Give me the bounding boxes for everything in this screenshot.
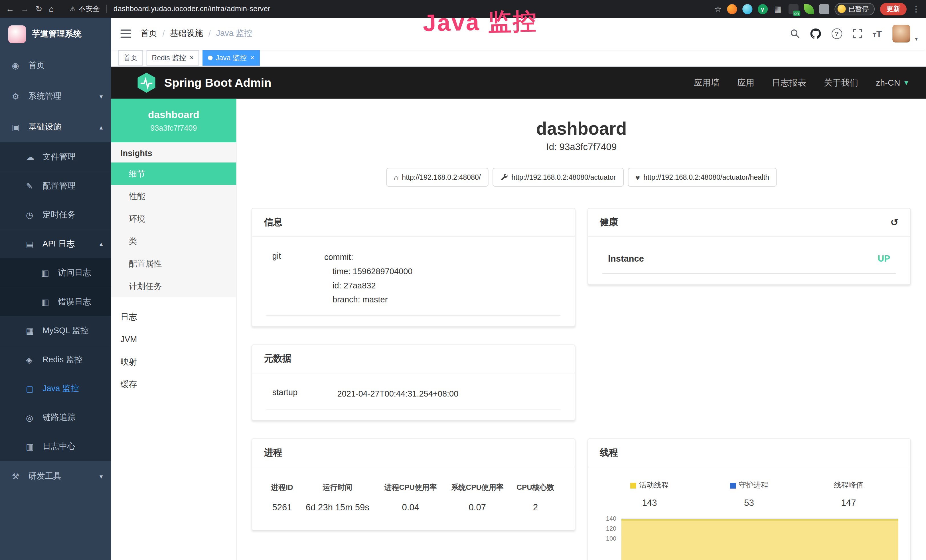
sidebar-item-mysql[interactable]: ▦MySQL 监控 xyxy=(0,316,111,345)
link-url: http://192.168.0.2:48080/actuator/health xyxy=(643,173,769,182)
app-logo xyxy=(8,25,26,43)
app-frame: 芋道管理系统 ◉首页⚙系统管理▾▣基础设施▴☁文件管理✎配置管理◷定时任务▤AP… xyxy=(0,18,926,560)
main-area: 首页/基础设施/Java 监控 ? TT ▾ xyxy=(111,18,926,560)
tags-view-bar: 首页Redis 监控×Java 监控× xyxy=(111,50,926,67)
sidebar-item-infrastructure[interactable]: ▣基础设施▴ xyxy=(0,112,111,142)
tab-close-icon[interactable]: × xyxy=(190,54,194,62)
security-label: 不安全 xyxy=(79,4,100,14)
sba-menu-item[interactable]: 性能 xyxy=(111,185,236,207)
extension-icon-green-y[interactable]: y xyxy=(758,4,767,14)
legend-label: 守护进程 xyxy=(738,480,768,490)
extension-icon-leaf[interactable] xyxy=(803,4,814,14)
info-card-body: git commit:time: 1596289704000id: 27aa83… xyxy=(252,237,574,326)
tab-close-icon[interactable]: × xyxy=(250,54,255,62)
process-card-header: 进程 xyxy=(252,439,574,467)
breadcrumb-item-0[interactable]: 首页 xyxy=(141,28,157,39)
sba-menu-item[interactable]: 映射 xyxy=(111,350,236,373)
sidebar-item-dashboard[interactable]: ◉首页 xyxy=(0,50,111,81)
sidebar-item-devtools[interactable]: ⚒研发工具▾ xyxy=(0,461,111,492)
metadata-card: 元数据 startup 2021-04-27T00:44:31.254+08:0… xyxy=(251,344,575,421)
sidebar-item-label: 访问日志 xyxy=(58,267,91,278)
sba-menu-item[interactable]: JVM xyxy=(111,328,236,350)
legend-swatch-icon xyxy=(630,483,636,488)
instance-id-line: Id: 93a3fc7f7409 xyxy=(237,142,926,152)
sidebar-item-redis[interactable]: ◈Redis 监控 xyxy=(0,345,111,374)
timer-icon: ◷ xyxy=(26,210,39,219)
extension-icon-drop[interactable] xyxy=(742,4,752,14)
sidebar-item-gear[interactable]: ⚙系统管理▾ xyxy=(0,81,111,112)
security-chip[interactable]: ⚠ 不安全 xyxy=(70,4,100,14)
sba-nav-item-0[interactable]: 应用墙 xyxy=(694,77,719,88)
legend-label-row: 线程峰值 xyxy=(799,480,898,490)
metadata-row-label: startup xyxy=(272,386,337,397)
instance-link-wrench[interactable]: http://192.168.0.2:48080/actuator xyxy=(493,168,623,186)
address-bar-url[interactable]: dashboard.yudao.iocoder.cn/infra/admin-s… xyxy=(113,5,270,13)
process-col-header: CPU核心数 xyxy=(511,479,560,496)
extension-icon-grid[interactable]: ▦ xyxy=(773,4,783,14)
extensions-puzzle-icon[interactable] xyxy=(819,4,829,14)
sidebar-item-cloud[interactable]: ☁文件管理 xyxy=(0,142,111,171)
sba-menu-item[interactable]: 环境 xyxy=(111,207,236,230)
profile-paused-badge[interactable]: 已暂停 xyxy=(834,3,875,15)
sba-nav-item-3[interactable]: 关于我们 xyxy=(824,77,858,88)
extension-icon-on-badge[interactable]: on xyxy=(788,4,798,14)
sba-nav-item-2[interactable]: 日志报表 xyxy=(772,77,806,88)
sba-menu-item[interactable]: 日志 xyxy=(111,306,236,328)
tab-2[interactable]: Java 监控× xyxy=(203,50,260,66)
sidebar-item-label: API 日志 xyxy=(42,239,75,249)
insights-group: Insights 细节性能环境类配置属性计划任务 xyxy=(111,142,236,297)
legend-item: 线程峰值147 xyxy=(799,480,898,507)
spring-boot-admin-logo xyxy=(136,72,157,94)
legend-value: 53 xyxy=(699,498,799,507)
sidebar-item-log-center[interactable]: ▥日志中心 xyxy=(0,432,111,461)
sba-menu-item[interactable]: 类 xyxy=(111,230,236,253)
extension-icon-fox[interactable] xyxy=(727,4,737,14)
sidebar-toggle-icon[interactable] xyxy=(120,30,131,38)
tab-1[interactable]: Redis 监控× xyxy=(147,50,199,66)
fullscreen-icon[interactable] xyxy=(853,29,862,38)
sidebar-item-error-log[interactable]: ▥错误日志 xyxy=(0,287,111,316)
history-icon[interactable]: ↺ xyxy=(890,217,898,228)
info-row-value: commit:time: 1596289704000id: 27aa832bra… xyxy=(324,250,559,307)
bookmark-star-icon[interactable]: ☆ xyxy=(715,5,722,14)
sba-menu-item[interactable]: 细节 xyxy=(111,163,236,185)
sba-menu-item[interactable]: 配置属性 xyxy=(111,252,236,275)
sidebar-item-java-monitor[interactable]: ▢Java 监控 xyxy=(0,374,111,403)
sidebar-item-timer[interactable]: ◷定时任务 xyxy=(0,200,111,229)
locale-selector[interactable]: zh-CN ▼ xyxy=(876,78,909,87)
sidebar-item-api-log[interactable]: ▤API 日志▴ xyxy=(0,229,111,258)
sba-nav-item-1[interactable]: 应用 xyxy=(737,77,754,88)
back-icon[interactable]: ← xyxy=(6,4,14,14)
tab-0[interactable]: 首页 xyxy=(118,50,143,66)
divider xyxy=(106,5,107,13)
sidebar-item-access-log[interactable]: ▥访问日志 xyxy=(0,258,111,287)
health-card-title: 健康 xyxy=(600,216,618,229)
forward-icon[interactable]: → xyxy=(21,4,29,14)
legend-label-row: 守护进程 xyxy=(699,480,799,490)
sba-brand-title: Spring Boot Admin xyxy=(164,76,271,89)
paused-label: 已暂停 xyxy=(849,5,869,14)
font-size-icon[interactable]: TT xyxy=(873,29,882,38)
github-icon[interactable] xyxy=(810,28,821,39)
reload-icon[interactable]: ↻ xyxy=(35,4,42,14)
instance-link-home[interactable]: ⌂http://192.168.0.2:48080/ xyxy=(386,168,489,186)
sidebar-item-trace[interactable]: ◎链路追踪 xyxy=(0,403,111,431)
status-badge: UP xyxy=(878,253,890,263)
warning-icon: ⚠ xyxy=(70,5,76,13)
instance-link-heart[interactable]: ♥http://192.168.0.2:48080/actuator/healt… xyxy=(628,168,777,186)
app-title: 芋道管理系统 xyxy=(32,29,82,39)
sidebar-item-label: Redis 监控 xyxy=(42,354,82,365)
update-button[interactable]: 更新 xyxy=(880,3,906,15)
sba-menu-item[interactable]: 缓存 xyxy=(111,373,236,395)
instance-header[interactable]: dashboard 93a3fc7f7409 xyxy=(111,99,236,142)
browser-menu-dots-icon[interactable]: ⋮ xyxy=(912,4,920,14)
sba-menu-item[interactable]: 计划任务 xyxy=(111,275,236,297)
sidebar-item-edit[interactable]: ✎配置管理 xyxy=(0,171,111,200)
process-col-header: 进程CPU使用率 xyxy=(377,479,444,496)
user-avatar[interactable] xyxy=(892,25,910,42)
search-icon[interactable] xyxy=(790,29,799,38)
breadcrumb-item-1[interactable]: 基础设施 xyxy=(170,28,203,39)
browser-home-icon[interactable]: ⌂ xyxy=(49,4,54,14)
legend-value: 143 xyxy=(600,498,699,507)
help-icon[interactable]: ? xyxy=(831,28,842,39)
